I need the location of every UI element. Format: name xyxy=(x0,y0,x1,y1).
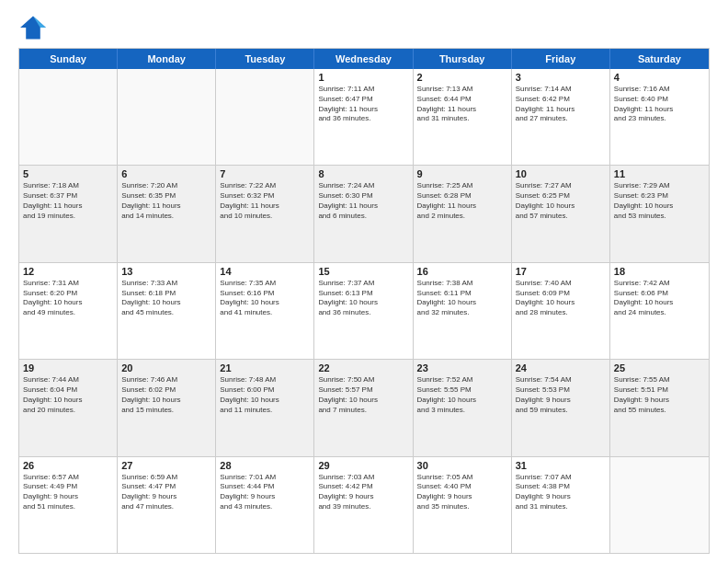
day-info: Sunrise: 7:33 AMSunset: 6:18 PMDaylight:… xyxy=(121,279,211,318)
calendar-cell: 30Sunrise: 7:05 AMSunset: 4:40 PMDayligh… xyxy=(414,457,512,553)
day-number: 2 xyxy=(417,72,507,83)
day-info: Sunrise: 7:55 AMSunset: 5:51 PMDaylight:… xyxy=(614,375,705,415)
calendar-cell: 14Sunrise: 7:35 AMSunset: 6:16 PMDayligh… xyxy=(216,263,314,359)
day-number: 31 xyxy=(516,460,606,471)
calendar-cell: 22Sunrise: 7:50 AMSunset: 5:57 PMDayligh… xyxy=(314,360,413,455)
day-number: 30 xyxy=(417,460,507,471)
calendar-cell: 13Sunrise: 7:33 AMSunset: 6:18 PMDayligh… xyxy=(118,263,216,359)
calendar-row-0: 1Sunrise: 7:11 AMSunset: 6:47 PMDaylight… xyxy=(19,69,709,165)
day-info: Sunrise: 6:59 AMSunset: 4:47 PMDaylight:… xyxy=(121,473,211,512)
day-number: 12 xyxy=(23,266,113,277)
calendar-body: 1Sunrise: 7:11 AMSunset: 6:47 PMDaylight… xyxy=(19,69,709,553)
page: SundayMondayTuesdayWednesdayThursdayFrid… xyxy=(0,0,728,563)
day-info: Sunrise: 7:05 AMSunset: 4:40 PMDaylight:… xyxy=(417,473,507,512)
calendar-cell: 10Sunrise: 7:27 AMSunset: 6:25 PMDayligh… xyxy=(512,166,610,261)
header-cell-tuesday: Tuesday xyxy=(216,49,314,69)
calendar-cell: 6Sunrise: 7:20 AMSunset: 6:35 PMDaylight… xyxy=(118,166,216,261)
calendar-cell: 11Sunrise: 7:29 AMSunset: 6:23 PMDayligh… xyxy=(610,166,709,261)
day-info: Sunrise: 7:07 AMSunset: 4:38 PMDaylight:… xyxy=(516,473,606,512)
day-number: 16 xyxy=(417,266,507,277)
calendar-row-3: 19Sunrise: 7:44 AMSunset: 6:04 PMDayligh… xyxy=(19,359,709,455)
calendar-cell: 29Sunrise: 7:03 AMSunset: 4:42 PMDayligh… xyxy=(314,457,413,553)
day-number: 7 xyxy=(220,168,310,179)
calendar-cell xyxy=(19,69,118,165)
day-number: 3 xyxy=(516,72,606,83)
calendar-cell: 5Sunrise: 7:18 AMSunset: 6:37 PMDaylight… xyxy=(19,166,118,261)
day-info: Sunrise: 7:16 AMSunset: 6:40 PMDaylight:… xyxy=(614,85,705,124)
day-number: 17 xyxy=(516,266,606,277)
calendar-cell: 23Sunrise: 7:52 AMSunset: 5:55 PMDayligh… xyxy=(414,360,512,455)
calendar-cell: 24Sunrise: 7:54 AMSunset: 5:53 PMDayligh… xyxy=(512,360,610,455)
calendar-row-1: 5Sunrise: 7:18 AMSunset: 6:37 PMDaylight… xyxy=(19,165,709,261)
day-info: Sunrise: 7:03 AMSunset: 4:42 PMDaylight:… xyxy=(318,473,408,512)
day-number: 25 xyxy=(614,362,705,373)
day-info: Sunrise: 7:11 AMSunset: 6:47 PMDaylight:… xyxy=(318,85,408,124)
calendar-cell: 7Sunrise: 7:22 AMSunset: 6:32 PMDaylight… xyxy=(216,166,314,261)
day-number: 6 xyxy=(121,168,211,179)
day-info: Sunrise: 7:31 AMSunset: 6:20 PMDaylight:… xyxy=(23,279,113,318)
day-info: Sunrise: 7:40 AMSunset: 6:09 PMDaylight:… xyxy=(516,279,606,318)
day-info: Sunrise: 6:57 AMSunset: 4:49 PMDaylight:… xyxy=(23,473,113,512)
day-number: 27 xyxy=(121,460,211,471)
day-info: Sunrise: 7:20 AMSunset: 6:35 PMDaylight:… xyxy=(121,181,211,221)
day-number: 24 xyxy=(516,362,606,373)
day-info: Sunrise: 7:35 AMSunset: 6:16 PMDaylight:… xyxy=(220,279,310,318)
calendar-cell: 27Sunrise: 6:59 AMSunset: 4:47 PMDayligh… xyxy=(118,457,216,553)
day-number: 19 xyxy=(23,362,113,373)
day-info: Sunrise: 7:46 AMSunset: 6:02 PMDaylight:… xyxy=(121,375,211,415)
day-number: 28 xyxy=(220,460,310,471)
calendar-cell: 16Sunrise: 7:38 AMSunset: 6:11 PMDayligh… xyxy=(414,263,512,359)
day-info: Sunrise: 7:13 AMSunset: 6:44 PMDaylight:… xyxy=(417,85,507,124)
header-cell-thursday: Thursday xyxy=(414,49,512,69)
day-info: Sunrise: 7:44 AMSunset: 6:04 PMDaylight:… xyxy=(23,375,113,415)
header-cell-wednesday: Wednesday xyxy=(314,49,413,69)
day-number: 21 xyxy=(220,362,310,373)
day-number: 29 xyxy=(318,460,408,471)
day-info: Sunrise: 7:18 AMSunset: 6:37 PMDaylight:… xyxy=(23,181,113,221)
header xyxy=(18,15,710,40)
calendar-cell xyxy=(216,69,314,165)
day-info: Sunrise: 7:14 AMSunset: 6:42 PMDaylight:… xyxy=(516,85,606,124)
day-info: Sunrise: 7:54 AMSunset: 5:53 PMDaylight:… xyxy=(516,375,606,415)
logo xyxy=(18,15,51,40)
calendar-cell xyxy=(118,69,216,165)
day-number: 15 xyxy=(318,266,408,277)
day-number: 5 xyxy=(23,168,113,179)
day-number: 18 xyxy=(614,266,705,277)
day-info: Sunrise: 7:38 AMSunset: 6:11 PMDaylight:… xyxy=(417,279,507,318)
day-number: 11 xyxy=(614,168,705,179)
day-number: 23 xyxy=(417,362,507,373)
day-info: Sunrise: 7:01 AMSunset: 4:44 PMDaylight:… xyxy=(220,473,310,512)
day-info: Sunrise: 7:22 AMSunset: 6:32 PMDaylight:… xyxy=(220,181,310,221)
calendar-cell: 20Sunrise: 7:46 AMSunset: 6:02 PMDayligh… xyxy=(118,360,216,455)
calendar-cell: 15Sunrise: 7:37 AMSunset: 6:13 PMDayligh… xyxy=(314,263,413,359)
calendar-cell: 18Sunrise: 7:42 AMSunset: 6:06 PMDayligh… xyxy=(610,263,709,359)
day-number: 13 xyxy=(121,266,211,277)
day-info: Sunrise: 7:48 AMSunset: 6:00 PMDaylight:… xyxy=(220,375,310,415)
calendar: SundayMondayTuesdayWednesdayThursdayFrid… xyxy=(18,48,710,554)
calendar-cell: 17Sunrise: 7:40 AMSunset: 6:09 PMDayligh… xyxy=(512,263,610,359)
calendar-cell: 9Sunrise: 7:25 AMSunset: 6:28 PMDaylight… xyxy=(414,166,512,261)
calendar-cell: 21Sunrise: 7:48 AMSunset: 6:00 PMDayligh… xyxy=(216,360,314,455)
day-number: 1 xyxy=(318,72,408,83)
calendar-cell: 8Sunrise: 7:24 AMSunset: 6:30 PMDaylight… xyxy=(314,166,413,261)
day-info: Sunrise: 7:24 AMSunset: 6:30 PMDaylight:… xyxy=(318,181,408,221)
day-info: Sunrise: 7:52 AMSunset: 5:55 PMDaylight:… xyxy=(417,375,507,415)
day-number: 4 xyxy=(614,72,705,83)
calendar-cell: 2Sunrise: 7:13 AMSunset: 6:44 PMDaylight… xyxy=(414,69,512,165)
calendar-row-4: 26Sunrise: 6:57 AMSunset: 4:49 PMDayligh… xyxy=(19,456,709,553)
day-number: 14 xyxy=(220,266,310,277)
calendar-cell: 28Sunrise: 7:01 AMSunset: 4:44 PMDayligh… xyxy=(216,457,314,553)
calendar-cell: 26Sunrise: 6:57 AMSunset: 4:49 PMDayligh… xyxy=(19,457,118,553)
calendar-cell: 12Sunrise: 7:31 AMSunset: 6:20 PMDayligh… xyxy=(19,263,118,359)
day-number: 10 xyxy=(516,168,606,179)
day-info: Sunrise: 7:42 AMSunset: 6:06 PMDaylight:… xyxy=(614,279,705,318)
day-info: Sunrise: 7:27 AMSunset: 6:25 PMDaylight:… xyxy=(516,181,606,221)
header-cell-saturday: Saturday xyxy=(610,49,709,69)
logo-icon xyxy=(18,15,48,40)
day-number: 9 xyxy=(417,168,507,179)
calendar-header: SundayMondayTuesdayWednesdayThursdayFrid… xyxy=(19,49,709,69)
header-cell-monday: Monday xyxy=(118,49,216,69)
header-cell-sunday: Sunday xyxy=(19,49,118,69)
calendar-cell: 4Sunrise: 7:16 AMSunset: 6:40 PMDaylight… xyxy=(610,69,709,165)
